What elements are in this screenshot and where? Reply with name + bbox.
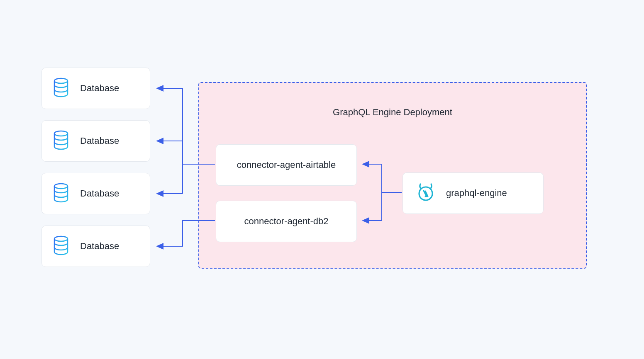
connector-box-db2: connector-agent-db2 (216, 201, 357, 242)
database-label: Database (80, 241, 119, 252)
database-icon (53, 235, 69, 257)
database-label: Database (80, 83, 119, 94)
database-box-2: Database (41, 120, 150, 162)
svg-point-2 (54, 184, 68, 189)
svg-point-1 (54, 131, 68, 136)
database-icon (53, 183, 69, 204)
connector-label: connector-agent-db2 (244, 216, 328, 227)
database-box-4: Database (41, 226, 150, 267)
deployment-container: GraphQL Engine Deployment connector-agen… (198, 82, 587, 269)
database-icon (53, 130, 69, 152)
connector-box-airtable: connector-agent-airtable (216, 144, 357, 186)
graphql-engine-box: graphql-engine (402, 172, 544, 214)
hasura-logo-icon (415, 182, 436, 204)
deployment-title: GraphQL Engine Deployment (199, 107, 586, 118)
svg-point-3 (54, 236, 68, 241)
database-box-3: Database (41, 173, 150, 214)
database-icon (53, 78, 69, 99)
database-box-1: Database (41, 68, 150, 109)
svg-point-0 (54, 78, 68, 83)
engine-label: graphql-engine (446, 188, 507, 199)
database-label: Database (80, 136, 119, 146)
connector-label: connector-agent-airtable (237, 160, 336, 170)
database-label: Database (80, 188, 119, 199)
